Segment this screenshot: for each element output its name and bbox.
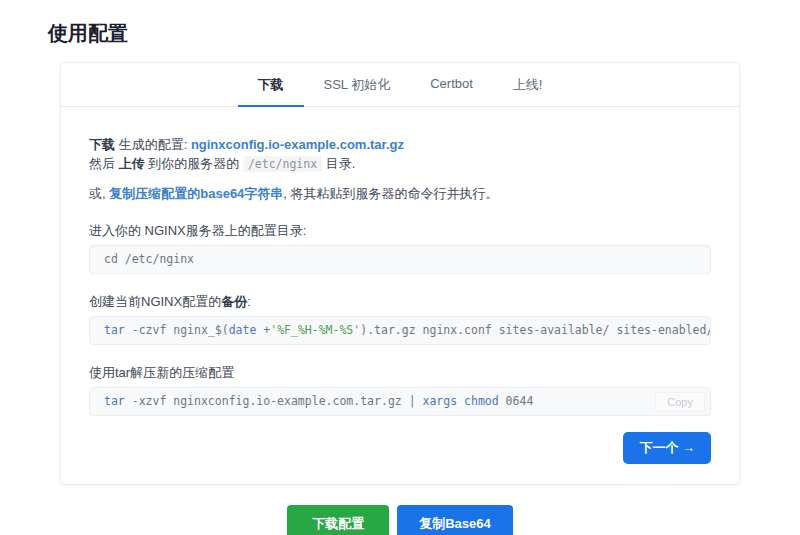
download-word: 下载 [89, 137, 115, 152]
etc-nginx-inline-code: /etc/nginx [243, 156, 322, 172]
tab-download[interactable]: 下载 [238, 63, 304, 107]
backup-section: 创建当前NGINX配置的备份: tar -czvf nginx_$(date +… [89, 292, 711, 345]
generated-config-text: 生成的配置: [119, 137, 188, 152]
next-button[interactable]: 下一个 → [623, 432, 711, 464]
tab-bar: 下载 SSL 初始化 Certbot 上线! [61, 63, 739, 107]
download-tab-content: 下载 生成的配置: nginxconfig.io-example.com.tar… [61, 107, 739, 484]
download-config-button[interactable]: 下载配置 [287, 505, 389, 535]
extract-section-heading: 使用tar解压新的压缩配置 [89, 363, 711, 382]
or-text: 或, [89, 186, 106, 201]
extract-section: 使用tar解压新的压缩配置 tar -xzvf nginxconfig.io-e… [89, 363, 711, 416]
copy-base64-link[interactable]: 复制压缩配置的base64字符串 [109, 186, 283, 201]
upload-word: 上传 [119, 156, 145, 171]
cd-section-heading: 进入你的 NGINX服务器上的配置目录: [89, 221, 711, 240]
arrow-right-icon: → [682, 440, 695, 455]
config-archive-link[interactable]: nginxconfig.io-example.com.tar.gz [191, 137, 404, 152]
backup-section-heading: 创建当前NGINX配置的备份: [89, 292, 711, 311]
setup-card: 下载 SSL 初始化 Certbot 上线! 下载 生成的配置: nginxco… [60, 62, 740, 485]
to-server-text: 到你的服务器的 [148, 156, 239, 171]
copy-command-button[interactable]: Copy [655, 392, 705, 412]
backup-heading-suffix: : [247, 294, 251, 309]
next-button-row: 下一个 → [89, 432, 711, 464]
directory-text: 目录. [326, 156, 356, 171]
footer-actions: 下载配置 复制Base64 [0, 505, 800, 535]
cd-command-codeblock[interactable]: cd /etc/nginx [89, 245, 711, 274]
copy-base64-button[interactable]: 复制Base64 [397, 505, 513, 535]
cd-section: 进入你的 NGINX服务器上的配置目录: cd /etc/nginx [89, 221, 711, 274]
tab-go-live[interactable]: 上线! [493, 63, 563, 107]
page-title: 使用配置 [48, 20, 800, 47]
tab-ssl-init[interactable]: SSL 初始化 [304, 63, 411, 107]
backup-heading-prefix: 创建当前NGINX配置的 [89, 294, 221, 309]
extract-command-codeblock[interactable]: tar -xzvf nginxconfig.io-example.com.tar… [89, 387, 711, 416]
base64-rest-text: , 将其粘贴到服务器的命令行并执行。 [283, 186, 498, 201]
next-button-label: 下一个 [639, 440, 678, 455]
backup-heading-bold: 备份 [221, 294, 247, 309]
download-instructions-line: 下载 生成的配置: nginxconfig.io-example.com.tar… [89, 135, 711, 174]
base64-instructions-line: 或, 复制压缩配置的base64字符串, 将其粘贴到服务器的命令行并执行。 [89, 184, 711, 203]
tab-certbot[interactable]: Certbot [410, 63, 493, 107]
then-word: 然后 [89, 156, 115, 171]
backup-command-codeblock[interactable]: tar -czvf nginx_$(date +'%F_%H-%M-%S').t… [89, 316, 711, 345]
